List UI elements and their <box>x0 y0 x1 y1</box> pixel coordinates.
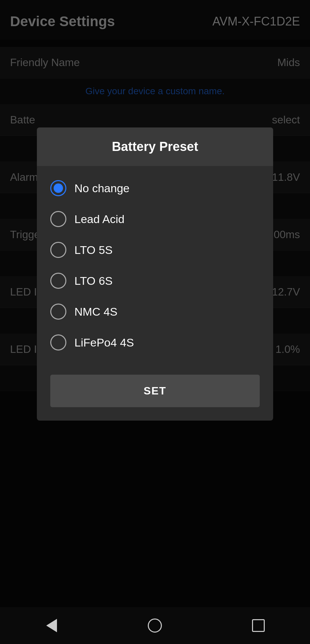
radio-option-lead-acid[interactable]: Lead Acid <box>50 204 260 234</box>
battery-preset-modal: Battery Preset No change Lead Acid LTO 5… <box>37 127 273 421</box>
modal-title: Battery Preset <box>112 140 198 154</box>
recents-icon <box>252 619 265 632</box>
radio-option-nmc-4s[interactable]: NMC 4S <box>50 296 260 327</box>
nav-home-button[interactable] <box>141 615 168 636</box>
radio-circle-nmc-4s <box>50 304 66 320</box>
radio-label-lead-acid: Lead Acid <box>74 213 124 226</box>
navigation-bar <box>0 607 310 644</box>
radio-option-no-change[interactable]: No change <box>50 173 260 204</box>
radio-option-lto-5s[interactable]: LTO 5S <box>50 234 260 265</box>
radio-circle-lto-6s <box>50 273 66 289</box>
modal-footer: SET <box>37 368 273 421</box>
modal-header: Battery Preset <box>37 127 273 166</box>
radio-option-lifepo4-4s[interactable]: LiFePo4 4S <box>50 327 260 358</box>
home-icon <box>148 619 162 633</box>
nav-back-button[interactable] <box>38 615 65 636</box>
radio-option-lto-6s[interactable]: LTO 6S <box>50 265 260 296</box>
radio-circle-lifepo4-4s <box>50 334 66 351</box>
radio-label-lifepo4-4s: LiFePo4 4S <box>74 336 134 349</box>
radio-label-no-change: No change <box>74 182 129 195</box>
modal-body: No change Lead Acid LTO 5S LTO 6S NMC 4S… <box>37 166 273 368</box>
nav-recents-button[interactable] <box>245 615 272 636</box>
back-icon <box>46 619 57 632</box>
set-button[interactable]: SET <box>50 375 260 407</box>
radio-circle-no-change <box>50 180 66 196</box>
radio-label-lto-5s: LTO 5S <box>74 244 113 257</box>
radio-label-lto-6s: LTO 6S <box>74 274 113 287</box>
radio-label-nmc-4s: NMC 4S <box>74 305 117 318</box>
radio-circle-lead-acid <box>50 211 66 227</box>
radio-circle-lto-5s <box>50 242 66 258</box>
